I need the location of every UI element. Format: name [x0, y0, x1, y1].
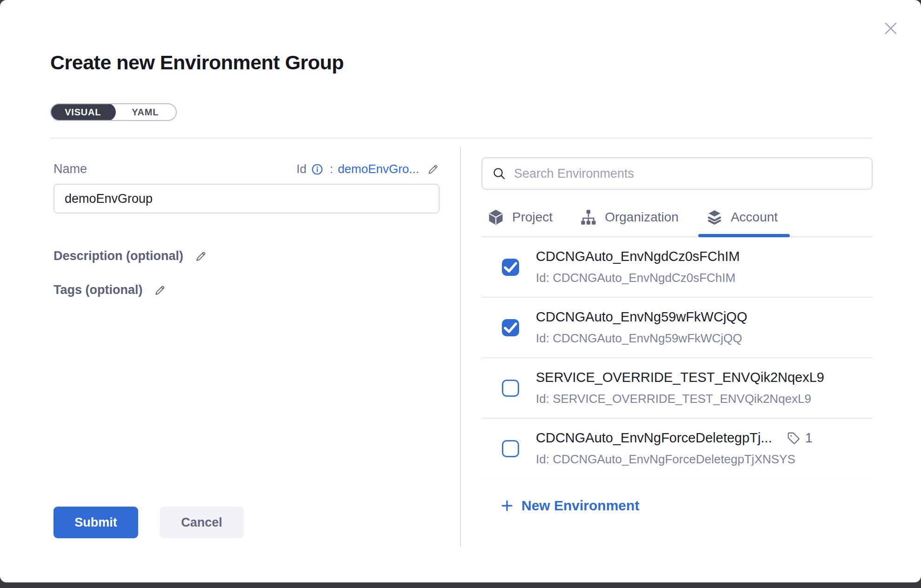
- environment-row: CDCNGAuto_EnvNg59wFkWCjQQId: CDCNGAuto_E…: [481, 298, 873, 358]
- environment-name: CDCNGAuto_EnvNgForceDeletegpTj...: [536, 430, 772, 446]
- environment-row: CDCNGAuto_EnvNgForceDeletegpTj...1Id: CD…: [481, 419, 873, 479]
- environment-picker-panel: ProjectOrganizationAccount CDCNGAuto_Env…: [481, 157, 873, 514]
- checkbox-unchecked[interactable]: [502, 380, 519, 397]
- cancel-button[interactable]: Cancel: [160, 507, 244, 538]
- tab-label: Project: [512, 210, 553, 225]
- name-label: Name: [53, 162, 87, 176]
- tab-project[interactable]: Project: [487, 208, 553, 236]
- id-display: Id : demoEnvGro...: [296, 162, 440, 176]
- environment-name: SERVICE_OVERRIDE_TEST_ENVQik2NqexL9: [536, 370, 824, 385]
- tab-label: Account: [731, 210, 778, 225]
- toggle-visual[interactable]: VISUAL: [50, 103, 116, 121]
- environment-id: Id: CDCNGAuto_EnvNgdCz0sFChIM: [536, 271, 873, 285]
- id-value[interactable]: demoEnvGro...: [338, 162, 419, 176]
- environment-row: CDCNGAuto_EnvNgdCz0sFChIMId: CDCNGAuto_E…: [481, 237, 873, 298]
- submit-button[interactable]: Submit: [53, 507, 138, 538]
- group-form: Name Id : demoEnvGro...: [53, 162, 440, 297]
- create-environment-group-modal: Create new Environment Group VISUAL YAML…: [0, 0, 921, 582]
- plus-icon: [500, 499, 514, 513]
- info-icon[interactable]: [311, 163, 323, 175]
- id-colon: :: [330, 162, 333, 176]
- name-input[interactable]: [53, 184, 440, 214]
- tab-label: Organization: [605, 210, 679, 225]
- footer-buttons: Submit Cancel: [53, 507, 244, 538]
- tag-count-badge: 1: [786, 430, 813, 446]
- tag-count: 1: [805, 430, 813, 446]
- tags-label: Tags (optional): [53, 283, 142, 297]
- environment-id: Id: SERVICE_OVERRIDE_TEST_ENVQik2NqexL9: [536, 392, 873, 406]
- edit-id-icon[interactable]: [427, 163, 440, 176]
- tag-icon: [786, 431, 801, 446]
- environment-name: CDCNGAuto_EnvNg59wFkWCjQQ: [536, 309, 747, 325]
- checkbox-checked[interactable]: [502, 259, 519, 276]
- environment-list: CDCNGAuto_EnvNgdCz0sFChIMId: CDCNGAuto_E…: [481, 237, 873, 479]
- scope-tabs: ProjectOrganizationAccount: [481, 197, 873, 237]
- panel-divider: [460, 147, 461, 547]
- layers-icon: [706, 208, 723, 226]
- page-title: Create new Environment Group: [50, 51, 344, 74]
- description-section: Description (optional): [53, 249, 440, 263]
- edit-description-icon[interactable]: [194, 250, 207, 263]
- tags-section: Tags (optional): [53, 283, 440, 297]
- environment-row: SERVICE_OVERRIDE_TEST_ENVQik2NqexL9Id: S…: [481, 358, 873, 419]
- tab-organization[interactable]: Organization: [580, 208, 679, 236]
- search-environments-input[interactable]: [514, 167, 862, 181]
- tab-account[interactable]: Account: [706, 208, 778, 236]
- search-icon: [492, 166, 507, 181]
- new-environment-button[interactable]: New Environment: [500, 498, 639, 514]
- visual-yaml-toggle: VISUAL YAML: [50, 103, 177, 121]
- edit-tags-icon[interactable]: [154, 284, 167, 297]
- header-divider: [50, 138, 873, 139]
- org-chart-icon: [580, 208, 597, 226]
- toggle-yaml[interactable]: YAML: [115, 104, 176, 120]
- new-environment-label: New Environment: [521, 498, 639, 514]
- checkbox-checked[interactable]: [502, 319, 519, 336]
- environment-id: Id: CDCNGAuto_EnvNg59wFkWCjQQ: [536, 331, 873, 346]
- environment-name: CDCNGAuto_EnvNgdCz0sFChIM: [536, 249, 740, 264]
- environment-id: Id: CDCNGAuto_EnvNgForceDeletegpTjXNSYS: [536, 452, 873, 467]
- description-label: Description (optional): [53, 249, 183, 263]
- search-environments-box: [481, 157, 873, 190]
- close-icon[interactable]: [882, 20, 900, 37]
- id-label: Id: [296, 162, 307, 176]
- checkbox-unchecked[interactable]: [502, 440, 519, 457]
- cube-icon: [487, 208, 505, 226]
